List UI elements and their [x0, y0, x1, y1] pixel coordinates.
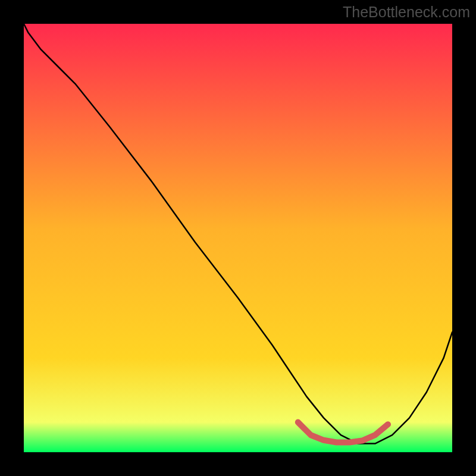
chart-canvas: TheBottleneck.com	[0, 0, 476, 476]
plot-area	[24, 24, 452, 452]
watermark-text: TheBottleneck.com	[343, 4, 470, 21]
plot-svg	[24, 24, 452, 452]
gradient-background	[24, 24, 452, 452]
